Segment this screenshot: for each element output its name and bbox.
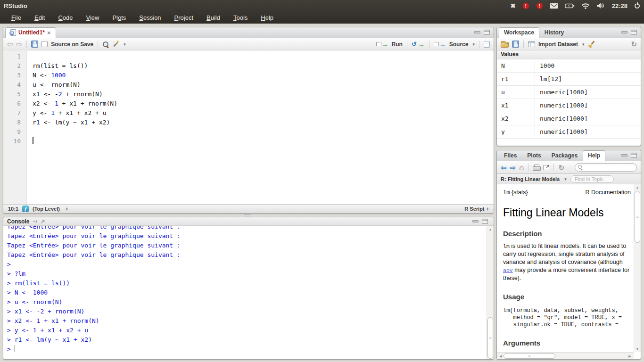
workspace-row[interactable]: N1000 [497,59,641,73]
menu-edit[interactable]: Edit [29,13,50,23]
refresh-icon[interactable]: ↻ [558,164,564,171]
code-line[interactable]: 4u <- rnorm(N) [3,80,494,90]
back-icon[interactable]: ⇦ [7,41,13,48]
alert-icon[interactable]: ! [536,2,543,9]
tab-plots[interactable]: Plots [522,150,546,161]
menu-code[interactable]: Code [52,13,78,23]
aov-link[interactable]: aov [503,267,513,273]
tab-history[interactable]: History [539,27,569,38]
tab-untitled1[interactable]: Untitled1* × [5,27,56,38]
code-line[interactable]: 10 [3,137,494,146]
save-icon[interactable] [31,41,38,48]
run-icon[interactable] [376,42,381,46]
tab-workspace[interactable]: Workspace [499,27,539,38]
source-on-save-checkbox[interactable] [41,41,48,47]
maximize-pane-button[interactable] [631,153,637,158]
print-icon[interactable] [533,165,540,171]
help-hscrollbar[interactable]: ◀ ▶ [497,352,634,359]
forward-icon[interactable]: ⇨ [17,41,23,48]
menu-session[interactable]: Session [133,13,166,23]
console-prompt[interactable]: > [7,345,487,354]
pane-splitter-handle[interactable] [244,214,250,216]
scope-selector[interactable]: (Top Level) [33,206,60,212]
help-vscrollbar[interactable]: ▲ ▼ [634,184,641,352]
find-icon[interactable] [102,41,109,48]
code-editor[interactable]: 12rm(list = ls())3N <- 10004u <- rnorm(N… [3,51,494,204]
minimize-pane-button[interactable] [621,154,627,156]
scroll-up-icon[interactable]: ▲ [487,228,494,231]
tab-help[interactable]: Help [583,150,605,161]
cross-icon[interactable]: ✖ [511,2,516,9]
code-line[interactable]: 5x1 <- -2 + rnorm(N) [3,90,494,99]
menu-view[interactable]: View [80,13,105,23]
help-document[interactable]: lm {stats} R Documentation Fitting Linea… [497,184,634,352]
clock[interactable]: 22:28 [612,2,627,9]
code-line[interactable]: 1 [3,52,494,61]
minimize-pane-button[interactable] [472,220,479,222]
code-line[interactable]: 9 [3,127,494,137]
console-scrollbar[interactable]: ▲ ▼ [487,226,494,359]
source-icon[interactable] [434,42,439,46]
menu-help[interactable]: Help [255,13,279,23]
maximize-pane-button[interactable] [482,219,488,224]
alert-icon[interactable]: ! [522,2,529,9]
run-button[interactable]: Run [392,41,403,48]
chevron-down-icon[interactable]: ▾ [582,42,585,47]
code-tools-icon[interactable] [112,41,119,48]
import-dataset-button[interactable]: Import Dataset [538,41,578,48]
code-line[interactable]: 8r1 <- lm(y ~ x1 + x2) [3,118,494,127]
load-workspace-icon[interactable] [501,42,509,48]
workspace-row[interactable]: unumeric[1000] [497,86,641,99]
workspace-row[interactable]: x2numeric[1000] [497,112,641,125]
maximize-pane-button[interactable] [484,30,490,35]
back-icon[interactable]: ⇦ [501,164,507,171]
scroll-right-icon[interactable]: ▶ [627,354,632,358]
help-search-box[interactable] [575,163,637,172]
scroll-up-icon[interactable]: ▲ [634,186,641,189]
mail-icon[interactable] [550,3,558,9]
code-line[interactable]: 6x2 <- 1 + x1 + rnorm(N) [3,99,494,108]
maximize-pane-button[interactable] [631,30,637,35]
menu-plots[interactable]: Plots [107,13,132,23]
workspace-row[interactable]: x1numeric[1000] [497,99,641,112]
popout-icon[interactable] [543,165,549,170]
source-button[interactable]: Source [449,41,469,48]
home-icon[interactable]: ⌂ [519,164,524,172]
import-dataset-icon[interactable] [528,41,535,47]
console-output[interactable]: Tapez <Entrée> pour voir le graphique su… [3,226,487,359]
refresh-icon[interactable]: ↻ [631,41,637,48]
find-in-topic-input[interactable] [570,175,614,183]
compile-notebook-icon[interactable] [484,41,490,48]
code-line[interactable]: 7y <- 1 + x1 + x2 + u [3,108,494,118]
wifi-icon[interactable] [581,3,590,9]
close-icon[interactable]: × [47,30,51,36]
menu-file[interactable]: File [6,13,27,23]
code-line[interactable]: 2rm(list = ls()) [3,61,494,71]
menu-tools[interactable]: Tools [228,13,253,23]
scrollbar-thumb[interactable] [635,191,640,243]
chevron-down-icon[interactable]: ▾ [472,42,475,47]
menu-build[interactable]: Build [201,13,226,23]
chevron-down-icon[interactable]: ▾ [124,42,126,47]
minimize-pane-button[interactable] [474,31,480,33]
battery-icon[interactable] [565,3,575,9]
scrollbar-thumb[interactable] [504,353,555,359]
tab-files[interactable]: Files [499,150,522,161]
popout-icon[interactable]: ↗ [41,218,45,225]
workspace-row[interactable]: r1lm[12] [497,73,641,86]
topic-selector[interactable]: R: Fitting Linear Models [501,176,560,182]
tab-packages[interactable]: Packages [546,150,583,161]
file-type-selector[interactable]: R Script [464,206,484,212]
save-workspace-icon[interactable] [512,41,519,48]
rerun-icon[interactable]: ↺ [412,41,417,47]
chevron-down-icon[interactable]: ▾ [564,177,567,181]
forward-icon[interactable]: ⇨ [510,164,516,171]
volume-icon[interactable] [596,2,605,9]
workspace-row[interactable]: ynumeric[1000] [497,125,641,139]
scroll-left-icon[interactable]: ◀ [498,354,503,358]
clear-workspace-icon[interactable] [588,41,595,48]
scrollbar-thumb[interactable] [487,317,493,359]
menu-project[interactable]: Project [169,13,199,23]
scroll-down-icon[interactable]: ▼ [634,347,641,351]
code-line[interactable]: 3N <- 1000 [3,71,494,80]
